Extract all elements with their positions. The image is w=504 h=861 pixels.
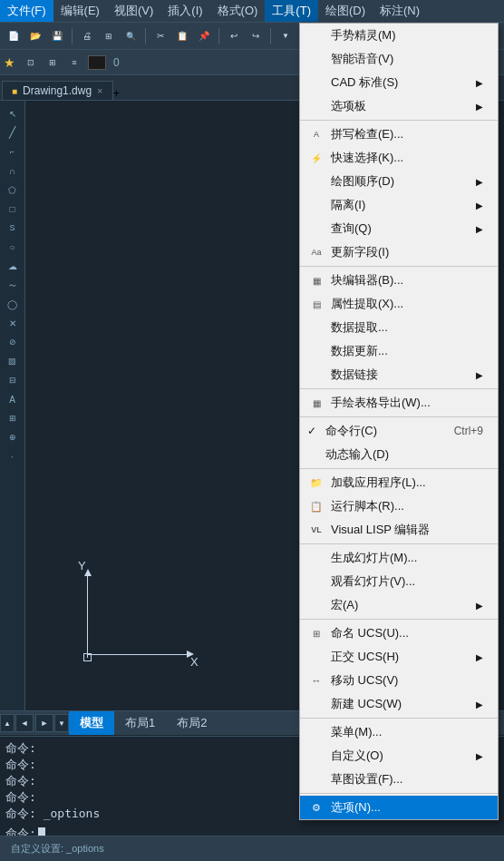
- commandline-shortcut: Ctrl+9: [436, 425, 483, 437]
- tool-erase[interactable]: ✕: [2, 314, 24, 332]
- tool-text[interactable]: A: [2, 390, 24, 408]
- toolbar-print[interactable]: 🖨: [77, 26, 97, 46]
- toolbar-sep4: [270, 28, 271, 44]
- menu-format[interactable]: 格式(O): [210, 0, 266, 22]
- status-options[interactable]: 自定义设置: _options: [7, 840, 108, 857]
- toolbar-print2[interactable]: ⊞: [99, 26, 119, 46]
- tab-close[interactable]: ×: [97, 85, 102, 96]
- scroll-right-btn[interactable]: ▼: [54, 714, 69, 732]
- toolbar-layer[interactable]: ≡: [64, 53, 84, 73]
- toolbar-extra[interactable]: ▼: [276, 26, 296, 46]
- menu-update-font[interactable]: Aa 更新字段(I): [300, 240, 498, 264]
- toolbar-undo[interactable]: ↩: [224, 26, 244, 46]
- menu-view-slide[interactable]: 观看幻灯片(V)...: [300, 570, 498, 593]
- menu-insert[interactable]: 插入(I): [160, 0, 209, 22]
- tool-polyline[interactable]: ⌐: [2, 142, 24, 161]
- menu-isolate[interactable]: 隔离(I) ▶: [300, 193, 498, 217]
- layout1-tab[interactable]: 布局1: [114, 711, 166, 735]
- menu-run-script[interactable]: 📋 运行脚本(R)...: [300, 494, 498, 518]
- options-icon: ⚙: [307, 802, 325, 814]
- menu-draw[interactable]: 绘图(D): [318, 0, 373, 22]
- menu-quick-select[interactable]: ⚡ 快速选择(K)...: [300, 146, 498, 170]
- tool-wave[interactable]: ～: [2, 276, 24, 294]
- scroll-left-btn[interactable]: ▲: [0, 714, 15, 732]
- menu-block-editor[interactable]: ▦ 块编辑器(B)...: [300, 269, 498, 292]
- nav-prev-btn[interactable]: ◄: [15, 714, 34, 732]
- toolbar-save[interactable]: 💾: [47, 26, 67, 46]
- menu-data-update[interactable]: 数据更新...: [300, 339, 498, 363]
- drawing-tab[interactable]: ■ Drawing1.dwg ×: [2, 81, 113, 100]
- toolbar-grid[interactable]: ⊞: [43, 53, 63, 73]
- menu-ortho-ucs[interactable]: 正交 UCS(H) ▶: [300, 645, 498, 669]
- tool-boundary[interactable]: ⊟: [2, 371, 24, 389]
- menu-annotate[interactable]: 标注(N): [373, 0, 427, 22]
- tool-point[interactable]: ·: [2, 447, 24, 465]
- command-prompt: 命令:: [5, 826, 36, 836]
- toolbar-redo[interactable]: ↪: [246, 26, 266, 46]
- menu-vlisp[interactable]: VL Visual LISP 编辑器: [300, 518, 498, 542]
- menu-dynamic-input[interactable]: 动态输入(D): [300, 443, 498, 466]
- menu-load-app[interactable]: 📁 加载应用程序(L)...: [300, 471, 498, 494]
- menu-gesture[interactable]: 手势精灵(M): [300, 24, 498, 47]
- commandline-check: ✓: [307, 425, 320, 437]
- menu-export-table[interactable]: ▦ 手绘表格导出(W)...: [300, 391, 498, 415]
- tool-polygon[interactable]: ⬠: [2, 181, 24, 199]
- menu-voice[interactable]: 智能语音(V): [300, 47, 498, 71]
- menu-edit[interactable]: 编辑(E): [53, 0, 107, 22]
- tool-hatch[interactable]: ⊘: [2, 333, 24, 351]
- tool-ellipse[interactable]: ○: [2, 238, 24, 256]
- toolbar-cut[interactable]: ✂: [150, 26, 170, 46]
- sep8: [300, 718, 498, 719]
- menu-data-extract[interactable]: 数据提取...: [300, 316, 498, 339]
- menu-file[interactable]: 文件(F): [0, 0, 53, 22]
- menu-move-ucs[interactable]: ↔ 移动 UCS(V): [300, 669, 498, 692]
- tab-add[interactable]: +: [113, 86, 121, 100]
- menu-commandline[interactable]: ✓ 命令行(C) Ctrl+9: [300, 419, 498, 443]
- menu-options-panel[interactable]: 选项板 ▶: [300, 94, 498, 118]
- menu-view[interactable]: 视图(V): [107, 0, 160, 22]
- tool-line[interactable]: ╱: [2, 123, 24, 142]
- toolbar-color-swatch[interactable]: [88, 55, 106, 70]
- move-ucs-icon: ↔: [307, 675, 325, 686]
- command-input-row[interactable]: 命令:: [5, 826, 499, 836]
- left-toolbar: ↖ ╱ ⌐ ∩ ⬠ □ S ○ ☁ ～ ◯ ✕ ⊘ ▨ ⊟ A ⊞ ⊕ ·: [0, 101, 25, 710]
- tool-arrow[interactable]: ↖: [2, 104, 24, 122]
- menu-options[interactable]: ⚙ 选项(N)...: [300, 796, 498, 819]
- toolbar-paste[interactable]: 📌: [194, 26, 214, 46]
- menu-drawing-settings[interactable]: 草图设置(F)...: [300, 768, 498, 791]
- menu-gen-slide[interactable]: 生成幻灯片(M)...: [300, 546, 498, 570]
- menu-tools[interactable]: 工具(T): [265, 0, 318, 22]
- menu-spell[interactable]: A 拼写检查(E)...: [300, 122, 498, 146]
- menu-macro[interactable]: 宏(A) ▶: [300, 593, 498, 617]
- menu-cad-standard[interactable]: CAD 标准(S) ▶: [300, 71, 498, 94]
- tool-arc[interactable]: ∩: [2, 161, 24, 180]
- menu-query[interactable]: 查询(Q) ▶: [300, 217, 498, 240]
- menu-new-ucs[interactable]: 新建 UCS(W) ▶: [300, 692, 498, 716]
- nav-next-btn[interactable]: ►: [35, 714, 53, 732]
- toolbar-sep2: [145, 28, 146, 44]
- menu-attr-extract[interactable]: ▤ 属性提取(X)...: [300, 292, 498, 316]
- tool-circle[interactable]: ◯: [2, 295, 24, 313]
- tool-insert[interactable]: ⊕: [2, 428, 24, 446]
- menu-data-link[interactable]: 数据链接 ▶: [300, 363, 498, 386]
- isolate-arrow: ▶: [476, 201, 483, 210]
- tool-cloud[interactable]: ☁: [2, 257, 24, 275]
- query-arrow: ▶: [476, 224, 483, 234]
- tool-gradient[interactable]: ▨: [2, 352, 24, 370]
- model-tab[interactable]: 模型: [69, 711, 114, 735]
- toolbar-layer-name: 0: [113, 56, 120, 69]
- menu-draw-order[interactable]: 绘图顺序(D) ▶: [300, 170, 498, 193]
- toolbar-copy[interactable]: 📋: [172, 26, 192, 46]
- tool-rect[interactable]: □: [2, 200, 24, 218]
- toolbar-snap[interactable]: ⊡: [21, 53, 41, 73]
- quick-select-icon: ⚡: [307, 153, 325, 163]
- menu-customize[interactable]: 自定义(O) ▶: [300, 744, 498, 768]
- tool-mtext[interactable]: ⊞: [2, 409, 24, 427]
- layout2-tab[interactable]: 布局2: [166, 711, 218, 735]
- toolbar-open[interactable]: 📂: [25, 26, 45, 46]
- toolbar-new[interactable]: 📄: [4, 26, 24, 46]
- menu-menu[interactable]: 菜单(M)...: [300, 720, 498, 744]
- menu-named-ucs[interactable]: ⊞ 命名 UCS(U)...: [300, 621, 498, 645]
- toolbar-preview[interactable]: 🔍: [121, 26, 141, 46]
- tool-spline[interactable]: S: [2, 219, 24, 237]
